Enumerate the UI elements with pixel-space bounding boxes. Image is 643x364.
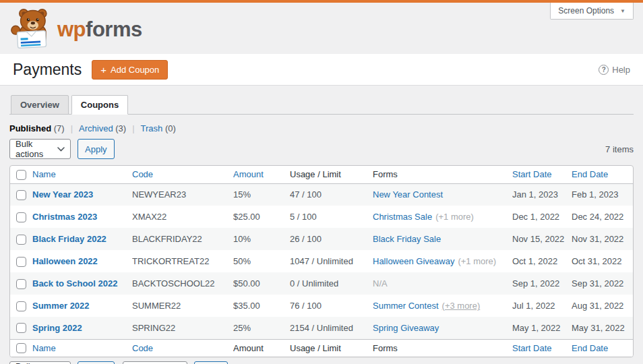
coupon-end-date: Feb 1, 2023 — [572, 183, 634, 206]
subview-separator: | — [132, 123, 134, 133]
column-header-end-date[interactable]: End Date — [572, 339, 634, 357]
wpforms-logo: wpforms — [10, 7, 142, 49]
table-row: Spring 2022SPRING2225%2154 / UnlimitedSp… — [10, 317, 634, 339]
coupon-form-link[interactable]: Spring Giveaway — [373, 323, 439, 333]
coupon-form-link[interactable]: Black Friday Sale — [373, 234, 441, 244]
coupon-start-date: Nov 15, 2022 — [512, 228, 572, 250]
select-all-checkbox[interactable] — [16, 170, 26, 180]
coupon-name-cell: Back to School 2022 — [32, 272, 132, 295]
filter-button[interactable]: Filter — [194, 361, 228, 364]
form-extra-count: (+1 more) — [435, 212, 474, 222]
screen-options-label: Screen Options — [558, 6, 614, 16]
row-checkbox[interactable] — [16, 301, 26, 311]
table-row: Black Friday 2022BLACKFRIDAY2210%26 / 10… — [10, 228, 634, 250]
checkbox-cell — [10, 183, 32, 206]
screen-options-button[interactable]: Screen Options ▼ — [550, 3, 634, 20]
column-header-start-date[interactable]: Start Date — [512, 166, 572, 183]
table-row: Summer 2022SUMMER22$35.0076 / 100Summer … — [10, 295, 634, 317]
coupon-amount: 15% — [233, 183, 290, 206]
coupon-name-link[interactable]: Summer 2022 — [32, 301, 90, 311]
coupon-usage: 47 / 100 — [290, 183, 373, 206]
column-header-forms: Forms — [373, 166, 512, 183]
column-header-code[interactable]: Code — [132, 339, 233, 357]
coupon-name-link[interactable]: Halloween 2022 — [32, 256, 98, 266]
subview-label: Trash — [141, 123, 163, 133]
coupon-amount: 10% — [233, 228, 290, 250]
coupon-code: SPRING22 — [132, 317, 233, 339]
row-checkbox[interactable] — [16, 235, 26, 245]
chevron-down-icon — [57, 147, 65, 152]
column-header-name[interactable]: Name — [32, 339, 132, 357]
coupon-usage: 2154 / Unlimited — [290, 317, 373, 339]
coupon-form-link[interactable]: Halloween Giveaway — [373, 256, 454, 266]
row-checkbox[interactable] — [16, 190, 26, 200]
bulk-actions-select[interactable]: Bulk actions — [9, 139, 71, 159]
coupon-code: BACKTOSCHOOL22 — [132, 272, 233, 295]
items-count: 7 items — [605, 144, 634, 154]
coupon-name-link[interactable]: Black Friday 2022 — [32, 234, 106, 244]
form-extra-count[interactable]: (+3 more) — [442, 301, 481, 311]
coupon-end-date: Dec 24, 2022 — [572, 206, 634, 228]
coupon-name-cell: Halloween 2022 — [32, 250, 132, 272]
coupon-forms-cell: Black Friday Sale — [373, 228, 512, 250]
brand-wp: wp — [57, 18, 86, 41]
table-row: New Year 2023NEWYEAR2315%47 / 100New Yea… — [10, 183, 634, 206]
table-row: Christmas 2023XMAX22$25.005 / 100Christm… — [10, 206, 634, 228]
tab-label: Coupons — [81, 100, 119, 110]
coupon-name-cell: Spring 2022 — [32, 317, 132, 339]
column-header-end-date[interactable]: End Date — [572, 166, 634, 183]
coupon-form-link[interactable]: New Year Contest — [373, 189, 443, 200]
coupon-amount: $25.00 — [233, 206, 290, 228]
subview-archived[interactable]: Archived (3) — [79, 123, 126, 133]
brand-forms: forms — [86, 18, 142, 41]
coupon-form-link[interactable]: Christmas Sale — [373, 212, 432, 222]
coupon-end-date: Oct 31, 2022 — [572, 250, 634, 272]
bulk-actions-select-bottom[interactable]: Bulk actions — [9, 361, 71, 364]
column-header-code[interactable]: Code — [132, 166, 233, 183]
checkbox-cell — [10, 228, 32, 250]
coupon-amount: $35.00 — [233, 295, 290, 317]
checkbox-cell — [10, 317, 32, 339]
tab-coupons[interactable]: Coupons — [71, 95, 128, 115]
coupon-usage: 0 / Unlimited — [290, 272, 373, 295]
apply-button[interactable]: Apply — [78, 139, 115, 159]
add-coupon-button[interactable]: + Add Coupon — [92, 60, 168, 80]
column-header-name[interactable]: Name — [32, 166, 132, 183]
tab-overview[interactable]: Overview — [11, 95, 69, 115]
coupon-name-link[interactable]: Back to School 2022 — [32, 278, 117, 289]
subview-separator: | — [71, 123, 73, 133]
apply-button-bottom[interactable]: Apply — [78, 361, 115, 364]
coupon-name-link[interactable]: New Year 2023 — [32, 189, 93, 200]
subview-count: (7) — [54, 123, 65, 133]
help-link[interactable]: ? Help — [599, 65, 630, 75]
coupon-name-link[interactable]: Spring 2022 — [32, 323, 82, 333]
coupon-forms-cell: Christmas Sale(+1 more) — [373, 206, 512, 228]
coupon-end-date: Nov 31, 2022 — [572, 228, 634, 250]
row-checkbox[interactable] — [16, 323, 26, 333]
subview-trash[interactable]: Trash (0) — [141, 123, 176, 133]
coupon-name-link[interactable]: Christmas 2023 — [32, 212, 97, 222]
row-checkbox[interactable] — [16, 212, 26, 222]
coupon-usage: 26 / 100 — [290, 228, 373, 250]
coupon-form-link[interactable]: Summer Contest — [373, 301, 439, 311]
help-label: Help — [612, 65, 630, 75]
bear-mascot-icon — [10, 7, 53, 49]
coupon-forms-cell: N/A — [373, 272, 512, 295]
column-header-start-date[interactable]: Start Date — [512, 339, 572, 357]
plugin-header: wpforms Screen Options ▼ — [0, 3, 643, 54]
subview-published[interactable]: Published (7) — [9, 123, 65, 133]
column-header-amount[interactable]: Amount — [233, 166, 290, 183]
subview-count: (3) — [115, 123, 126, 133]
row-checkbox[interactable] — [16, 257, 26, 267]
tabs-bar: OverviewCoupons — [9, 86, 634, 115]
table-header-row: NameCodeAmountUsage / LimitFormsStart Da… — [10, 166, 634, 183]
row-checkbox[interactable] — [16, 279, 26, 289]
coupon-code: XMAX22 — [132, 206, 233, 228]
column-header-forms: Forms — [373, 339, 512, 357]
type-filter-select[interactable]: All types — [123, 361, 187, 364]
coupon-start-date: Oct 1, 2022 — [512, 250, 572, 272]
plus-icon: + — [100, 65, 106, 75]
select-all-checkbox-bottom[interactable] — [16, 343, 26, 353]
checkbox-cell — [10, 206, 32, 228]
subview-label: Archived — [79, 123, 113, 133]
